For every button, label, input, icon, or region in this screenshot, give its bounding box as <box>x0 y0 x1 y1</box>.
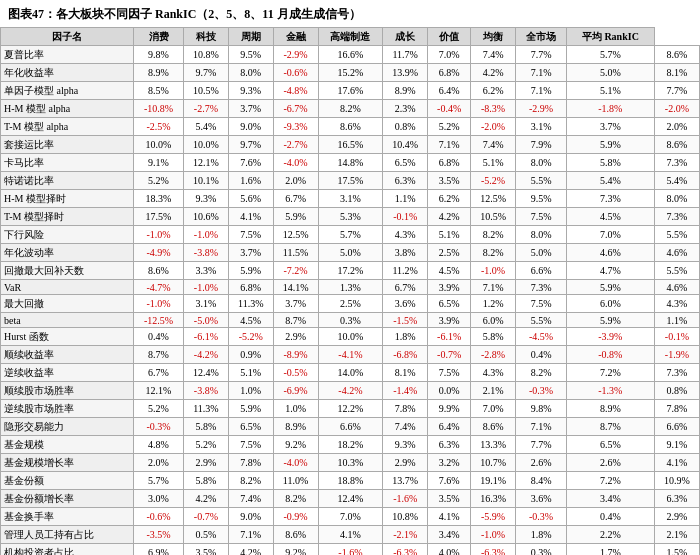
cell-value: 5.1% <box>228 364 273 382</box>
cell-value: 5.9% <box>273 208 318 226</box>
cell-value: 10.8% <box>383 508 428 526</box>
cell-value: 0.8% <box>383 118 428 136</box>
table-row: 年化波动率-4.9%-3.8%3.7%11.5%5.0%3.8%2.5%8.2%… <box>1 244 700 262</box>
cell-value: 11.5% <box>273 244 318 262</box>
row-label: 年化收益率 <box>1 64 134 82</box>
cell-value: 3.0% <box>134 490 184 508</box>
table-row: VaR-4.7%-1.0%6.8%14.1%1.3%6.7%3.9%7.1%7.… <box>1 280 700 295</box>
cell-value: 5.9% <box>228 262 273 280</box>
main-table: 因子名 消费 科技 周期 金融 高端制造 成长 价值 均衡 全市场 平均 Ran… <box>0 27 700 555</box>
table-row: 隐形交易能力-0.3%5.8%6.5%8.9%6.6%7.4%6.4%8.6%7… <box>1 418 700 436</box>
cell-value: -4.9% <box>134 244 184 262</box>
cell-value: -4.0% <box>273 154 318 172</box>
cell-value: 8.5% <box>134 82 184 100</box>
cell-value: 4.6% <box>566 244 654 262</box>
cell-value: -0.9% <box>273 508 318 526</box>
cell-value: 8.4% <box>516 472 567 490</box>
cell-value: -4.0% <box>273 454 318 472</box>
cell-value: 4.8% <box>134 436 184 454</box>
cell-value: 10.5% <box>471 208 516 226</box>
table-row: 单因子模型 alpha8.5%10.5%9.3%-4.8%17.6%8.9%6.… <box>1 82 700 100</box>
cell-value: -8.9% <box>273 346 318 364</box>
cell-value: -0.3% <box>134 418 184 436</box>
cell-value: 9.8% <box>134 46 184 64</box>
cell-value: 8.0% <box>516 154 567 172</box>
cell-value: 9.3% <box>183 190 228 208</box>
cell-value: 2.5% <box>428 244 471 262</box>
cell-value: 8.9% <box>134 64 184 82</box>
cell-value: 1.1% <box>383 190 428 208</box>
cell-value: 0.4% <box>516 346 567 364</box>
cell-value: 4.2% <box>471 64 516 82</box>
cell-value: -6.7% <box>273 100 318 118</box>
cell-value: 11.2% <box>383 262 428 280</box>
cell-value: 3.9% <box>428 280 471 295</box>
cell-value: 8.7% <box>273 313 318 328</box>
cell-value: 5.7% <box>318 226 383 244</box>
table-row: 卡马比率9.1%12.1%7.6%-4.0%14.8%6.5%6.8%5.1%8… <box>1 154 700 172</box>
cell-value: 6.7% <box>134 364 184 382</box>
cell-value: 5.7% <box>566 46 654 64</box>
cell-value: 4.6% <box>654 244 699 262</box>
cell-value: 2.6% <box>566 454 654 472</box>
row-label: 回撤最大回补天数 <box>1 262 134 280</box>
cell-value: 5.1% <box>428 226 471 244</box>
row-label: 顺续股市场胜率 <box>1 382 134 400</box>
cell-value: -1.5% <box>383 313 428 328</box>
cell-value: 7.4% <box>228 490 273 508</box>
cell-value: 5.6% <box>228 190 273 208</box>
cell-value: -1.0% <box>471 262 516 280</box>
cell-value: 9.3% <box>383 436 428 454</box>
cell-value: 9.5% <box>516 190 567 208</box>
row-label: 套接运比率 <box>1 136 134 154</box>
cell-value: 9.3% <box>228 82 273 100</box>
cell-value: -10.8% <box>134 100 184 118</box>
cell-value: -2.1% <box>383 526 428 544</box>
cell-value: 7.7% <box>654 82 699 100</box>
cell-value: -1.8% <box>566 100 654 118</box>
cell-value: 3.7% <box>566 118 654 136</box>
cell-value: 3.8% <box>383 244 428 262</box>
cell-value: 2.1% <box>471 382 516 400</box>
cell-value: 6.6% <box>318 418 383 436</box>
cell-value: 5.5% <box>654 226 699 244</box>
table-row: 管理人员工持有占比-3.5%0.5%7.1%8.6%4.1%-2.1%3.4%-… <box>1 526 700 544</box>
cell-value: 8.6% <box>654 46 699 64</box>
row-label: 逆续收益率 <box>1 364 134 382</box>
row-label: 年化波动率 <box>1 244 134 262</box>
cell-value: 7.5% <box>516 208 567 226</box>
cell-value: 1.0% <box>273 400 318 418</box>
table-row: H-M 模型 alpha-10.8%-2.7%3.7%-6.7%8.2%2.3%… <box>1 100 700 118</box>
cell-value: -0.7% <box>183 508 228 526</box>
cell-value: -0.6% <box>273 64 318 82</box>
cell-value: 16.3% <box>471 490 516 508</box>
cell-value: 6.5% <box>383 154 428 172</box>
cell-value: 1.6% <box>228 172 273 190</box>
cell-value: 4.2% <box>428 208 471 226</box>
col-header-value: 价值 <box>428 28 471 46</box>
cell-value: -1.0% <box>183 226 228 244</box>
cell-value: -1.0% <box>183 280 228 295</box>
cell-value: 7.9% <box>516 136 567 154</box>
cell-value: 2.9% <box>183 454 228 472</box>
cell-value: 4.6% <box>654 280 699 295</box>
row-label: H-M 模型 alpha <box>1 100 134 118</box>
cell-value: 10.9% <box>654 472 699 490</box>
cell-value: 8.2% <box>471 226 516 244</box>
cell-value: 7.8% <box>654 400 699 418</box>
cell-value: -5.0% <box>183 313 228 328</box>
cell-value: -4.1% <box>318 346 383 364</box>
cell-value: 6.4% <box>428 82 471 100</box>
cell-value: 6.6% <box>516 262 567 280</box>
cell-value: 5.0% <box>566 64 654 82</box>
cell-value: 2.0% <box>654 118 699 136</box>
row-label: 特诺诺比率 <box>1 172 134 190</box>
row-label: 管理人员工持有占比 <box>1 526 134 544</box>
cell-value: 13.3% <box>471 436 516 454</box>
cell-value: 2.5% <box>318 295 383 313</box>
cell-value: -0.1% <box>383 208 428 226</box>
row-label: T-M 模型择时 <box>1 208 134 226</box>
table-row: 最大回撤-1.0%3.1%11.3%3.7%2.5%3.6%6.5%1.2%7.… <box>1 295 700 313</box>
cell-value: 6.8% <box>428 64 471 82</box>
cell-value: 0.4% <box>134 328 184 346</box>
